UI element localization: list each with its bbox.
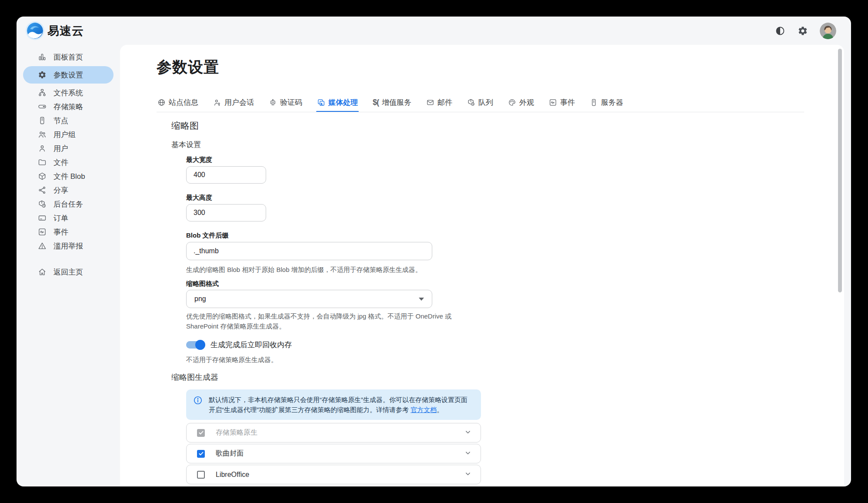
sidebar-item-filesystem[interactable]: 文件系统 — [23, 86, 114, 100]
bar-chart-icon — [38, 53, 47, 61]
globe-icon — [157, 98, 166, 107]
subsection-basic-settings: 基本设置 — [171, 140, 201, 150]
sidebar-item-label: 分享 — [53, 185, 68, 195]
generator-row-libreoffice[interactable]: LibreOffice — [186, 465, 481, 484]
tab-label: 增值服务 — [382, 97, 411, 107]
generator-row-native-policy[interactable]: 存储策略原生 — [186, 423, 481, 443]
sidebar-item-label: 文件系统 — [53, 88, 83, 98]
sidebar-item-file-blobs[interactable]: 文件 Blob — [23, 169, 114, 183]
section-title-generators: 缩略图生成器 — [171, 372, 218, 382]
main-panel: 参数设置 站点信息 用户会话 验证码 媒体处理 — [120, 45, 844, 486]
tab-captcha[interactable]: 验证码 — [268, 93, 303, 112]
chevron-down-icon[interactable] — [464, 428, 472, 438]
format-select[interactable]: png — [186, 290, 432, 308]
sidebar-gap — [17, 253, 120, 265]
info-text-suffix: 。 — [437, 406, 443, 413]
sitemap-icon — [38, 88, 47, 97]
dollar-icon: $( — [373, 98, 379, 107]
tab-site-info[interactable]: 站点信息 — [157, 93, 199, 112]
max-width-input[interactable] — [186, 166, 266, 184]
sidebar-item-label: 存储策略 — [53, 102, 83, 112]
chevron-down-icon[interactable] — [464, 449, 472, 459]
sidebar-item-label: 事件 — [53, 227, 68, 237]
sidebar-item-nodes[interactable]: 节点 — [23, 114, 114, 127]
task-box-clock-icon — [38, 200, 47, 208]
scrollbar-thumb[interactable] — [838, 49, 842, 292]
sidebar-item-label: 用户 — [53, 144, 68, 154]
sidebar-item-storage-policy[interactable]: 存储策略 — [23, 100, 114, 114]
tab-label: 媒体处理 — [328, 97, 358, 107]
sidebar-item-label: 后台任务 — [53, 199, 83, 209]
palette-icon — [508, 98, 516, 107]
brand-logo-icon — [27, 23, 43, 39]
sidebar-item-dashboard[interactable]: 面板首页 — [23, 50, 114, 64]
tab-queue[interactable]: 队列 — [466, 93, 494, 112]
activity-icon — [549, 98, 557, 107]
tab-server[interactable]: 服务器 — [589, 93, 624, 112]
format-helper: 优先使用的缩略图格式，如果生成器不支持，会自动降级为 jpg 格式。不适用于 O… — [186, 311, 475, 331]
queue-box-icon — [467, 98, 475, 107]
tabs-divider — [157, 112, 804, 112]
app-window: 易速云 — [17, 17, 851, 486]
tab-label: 验证码 — [280, 97, 302, 107]
recycle-memory-helper: 不适用于存储策略原生生成器。 — [186, 355, 277, 365]
tab-value-added-services[interactable]: $( 增值服务 — [372, 93, 412, 112]
section-title-thumbnails: 缩略图 — [171, 120, 199, 132]
tab-user-sessions[interactable]: 用户会话 — [212, 93, 255, 112]
max-height-input[interactable] — [186, 204, 266, 221]
sidebar-item-orders[interactable]: 订单 — [23, 211, 114, 225]
sidebar-item-label: 文件 Blob — [53, 171, 85, 181]
dark-mode-toggle-icon[interactable] — [775, 25, 786, 37]
tab-label: 服务器 — [601, 97, 623, 107]
sidebar-item-label: 用户组 — [53, 130, 76, 140]
sidebar-item-user-groups[interactable]: 用户组 — [23, 127, 114, 141]
sidebar-item-users[interactable]: 用户 — [23, 141, 114, 155]
recycle-memory-row: 生成完成后立即回收内存 — [186, 340, 292, 350]
credit-card-icon — [38, 214, 47, 222]
checkbox-checked[interactable] — [197, 450, 205, 458]
page-title: 参数设置 — [157, 57, 219, 77]
sidebar-item-settings[interactable]: 参数设置 — [23, 66, 114, 84]
tab-media-processing[interactable]: 媒体处理 — [316, 93, 359, 112]
robot-icon — [269, 98, 277, 107]
docs-link[interactable]: 官方文档 — [411, 406, 437, 413]
checkbox-unchecked[interactable] — [197, 471, 205, 479]
tab-label: 用户会话 — [224, 97, 254, 107]
max-height-label: 最大高度 — [186, 194, 212, 202]
sidebar-item-abuse-reports[interactable]: 滥用举报 — [23, 239, 114, 253]
blob-suffix-input[interactable] — [186, 242, 432, 260]
storage-card-icon — [38, 102, 47, 111]
sidebar-item-label: 订单 — [53, 213, 68, 223]
recycle-memory-toggle[interactable] — [186, 341, 204, 349]
tab-email[interactable]: 邮件 — [425, 93, 453, 112]
screen: 易速云 — [0, 0, 868, 503]
max-width-label: 最大宽度 — [186, 156, 212, 164]
sidebar: 面板首页 参数设置 文件系统 存储策略 — [17, 45, 120, 486]
sidebar-item-label: 返回主页 — [53, 267, 83, 277]
sidebar-item-background-tasks[interactable]: 后台任务 — [23, 197, 114, 211]
server-icon — [38, 116, 47, 125]
mail-icon — [426, 98, 434, 107]
tab-events[interactable]: 事件 — [548, 93, 576, 112]
tab-label: 站点信息 — [169, 97, 198, 107]
user-key-icon — [213, 98, 221, 107]
home-icon — [38, 268, 47, 276]
chevron-down-icon[interactable] — [464, 470, 472, 480]
tab-label: 邮件 — [437, 97, 452, 107]
generator-row-music-cover[interactable]: 歌曲封面 — [186, 444, 481, 463]
sidebar-item-events[interactable]: 事件 — [23, 225, 114, 239]
activity-icon — [38, 228, 47, 236]
settings-gear-icon[interactable] — [797, 25, 808, 37]
toggle-knob — [195, 340, 205, 350]
user-icon — [38, 144, 47, 153]
sidebar-item-shares[interactable]: 分享 — [23, 183, 114, 197]
folder-icon — [38, 158, 47, 167]
user-avatar[interactable] — [820, 23, 836, 39]
settings-tabs: 站点信息 用户会话 验证码 媒体处理 $( 增值服务 — [157, 93, 624, 112]
caret-down-icon — [419, 298, 424, 301]
tab-appearance[interactable]: 外观 — [507, 93, 535, 112]
sidebar-item-files[interactable]: 文件 — [23, 155, 114, 169]
tab-label: 事件 — [560, 97, 575, 107]
sidebar-item-back-to-home[interactable]: 返回主页 — [23, 265, 114, 279]
tab-label: 外观 — [519, 97, 534, 107]
